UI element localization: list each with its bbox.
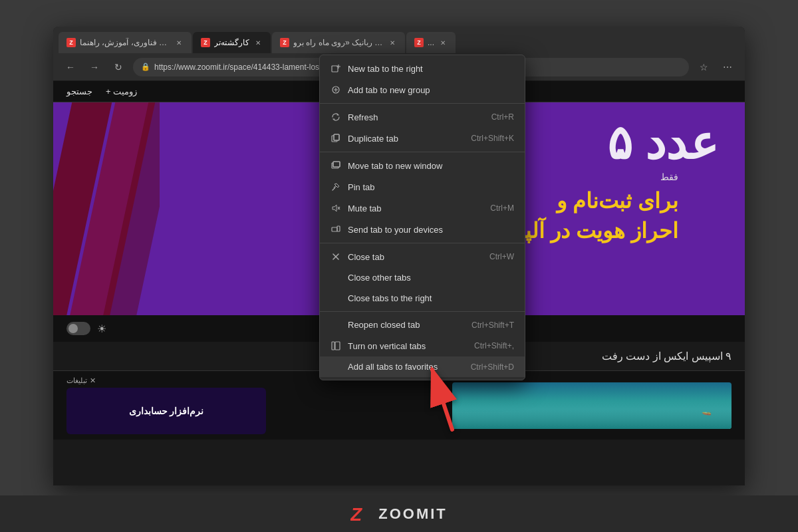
back-button[interactable]: ←: [61, 58, 80, 76]
brand-name: ZOOMIT: [378, 505, 448, 523]
tab-3[interactable]: Z با این کفش ربانیک «روی ماه راه برو» ✕: [272, 32, 405, 53]
dark-mode-toggle[interactable]: [66, 322, 90, 335]
menu-item-move-window[interactable]: Move tab to new window: [320, 155, 525, 176]
menu-item-close-tab[interactable]: Close tab Ctrl+W: [320, 246, 525, 267]
refresh-shortcut: Ctrl+R: [491, 112, 514, 122]
red-arrow: [419, 356, 472, 439]
mute-shortcut: Ctrl+M: [490, 203, 514, 213]
close-tab-shortcut: Ctrl+W: [489, 252, 514, 261]
pin-tab-label: Pin tab: [348, 182, 514, 192]
refresh-icon: [331, 112, 341, 122]
ad-section: ✕ تبلیغات نرم‌افزار حسابداری 🚤: [53, 371, 745, 440]
svg-rect-16: [337, 226, 340, 231]
svg-rect-19: [332, 342, 334, 350]
reopen-closed-label: Reopen closed tab: [348, 320, 465, 330]
nav-search[interactable]: جستجو: [66, 86, 92, 96]
tab-4-favicon: Z: [414, 38, 424, 47]
svg-rect-20: [335, 342, 340, 350]
duplicate-label: Duplicate tab: [348, 134, 464, 144]
tab-1-favicon: Z: [66, 38, 76, 47]
tab-bar: Z زومیت | اخبار فناوری، آموزش، راهنما ✕ …: [53, 27, 745, 53]
move-window-label: Move tab to new window: [348, 161, 514, 171]
menu-button[interactable]: ⋯: [718, 58, 737, 76]
browser-window: Z زومیت | اخبار فناوری، آموزش، راهنما ✕ …: [53, 27, 745, 485]
brand-bar: Z ZOOMIT: [0, 495, 798, 532]
vertical-tabs-icon: [331, 340, 341, 351]
move-window-icon: [331, 160, 341, 171]
svg-rect-15: [332, 227, 337, 231]
ocean-image: 🚤: [452, 382, 732, 429]
tab-2-close[interactable]: ✕: [253, 38, 263, 47]
ocean-waves: [452, 409, 732, 429]
duplicate-shortcut: Ctrl+Shift+K: [471, 134, 514, 143]
new-tab-icon: [331, 63, 341, 74]
mute-tab-label: Mute tab: [348, 203, 483, 213]
hero-number: ۵ عدد: [607, 116, 718, 170]
menu-item-vertical-tabs[interactable]: Turn on vertical tabs Ctrl+Shift+,: [320, 335, 525, 356]
menu-item-duplicate[interactable]: Duplicate tab Ctrl+Shift+K: [320, 128, 525, 149]
separator-2: [320, 152, 525, 152]
svg-rect-10: [333, 162, 340, 167]
tab-3-close[interactable]: ✕: [388, 38, 397, 47]
toggle-thumb: [68, 324, 78, 333]
context-menu: New tab to the right Add tab to new grou…: [319, 55, 525, 380]
tab-1[interactable]: Z زومیت | اخبار فناوری، آموزش، راهنما ✕: [59, 32, 192, 53]
menu-item-send-tab[interactable]: Send tab to your devices: [320, 219, 525, 240]
vertical-tabs-shortcut: Ctrl+Shift+,: [474, 341, 514, 350]
ad-label: تبلیغات: [66, 376, 87, 385]
add-favorites-shortcut: Ctrl+Shift+D: [471, 362, 514, 372]
svg-rect-7: [334, 134, 339, 140]
brightness-icon: ☀: [97, 323, 106, 335]
menu-item-new-tab-right[interactable]: New tab to the right: [320, 58, 525, 79]
url-text: https://www.zoomit.ir/space/414433-lamen…: [154, 63, 338, 72]
send-tab-label: Send tab to your devices: [348, 225, 514, 235]
reopen-shortcut: Ctrl+Shift+T: [471, 321, 514, 330]
tab-2[interactable]: Z کارگشته‌تر ✕: [193, 32, 271, 53]
menu-item-close-right[interactable]: Close tabs to the right: [320, 288, 525, 309]
svg-marker-12: [332, 205, 336, 211]
add-group-icon: [331, 84, 341, 95]
menu-item-reopen-closed[interactable]: Reopen closed tab Ctrl+Shift+T: [320, 315, 525, 335]
tab-2-favicon: Z: [201, 38, 210, 47]
separator-4: [320, 311, 525, 312]
favorites-button[interactable]: ☆: [694, 58, 713, 76]
separator-3: [320, 243, 525, 243]
brand-logo: Z: [350, 505, 372, 523]
tab-4-label: ...: [428, 38, 434, 47]
vertical-tabs-label: Turn on vertical tabs: [348, 341, 467, 351]
tab-4-close[interactable]: ✕: [438, 38, 448, 47]
ad-close-btn[interactable]: ✕: [90, 376, 96, 385]
svg-line-22: [432, 370, 452, 430]
send-devices-icon: [331, 224, 341, 235]
new-tab-right-label: New tab to the right: [348, 64, 514, 74]
ad-text: نرم‌افزار حسابداری: [129, 406, 204, 416]
refresh-label: Refresh: [348, 112, 485, 122]
forward-button[interactable]: →: [85, 58, 104, 76]
menu-item-add-tab-group[interactable]: Add tab to new group: [320, 79, 525, 100]
mute-icon: [331, 203, 341, 213]
tab-3-label: با این کفش ربانیک «روی ماه راه برو»: [293, 38, 384, 47]
add-tab-group-label: Add tab to new group: [348, 85, 514, 95]
close-right-label: Close tabs to the right: [348, 293, 514, 303]
nav-zoomit-plus[interactable]: زومیت +: [106, 86, 137, 96]
close-tab-label: Close tab: [348, 252, 483, 262]
pin-icon: [331, 182, 341, 192]
tab-1-label: زومیت | اخبار فناوری، آموزش، راهنما: [80, 38, 170, 47]
tab-3-favicon: Z: [280, 38, 289, 47]
duplicate-icon: [331, 133, 341, 144]
tab-2-label: کارگشته‌تر: [214, 38, 249, 47]
close-other-label: Close other tabs: [348, 273, 514, 283]
menu-item-mute-tab[interactable]: Mute tab Ctrl+M: [320, 198, 525, 219]
tab-4[interactable]: Z ... ✕: [406, 32, 456, 53]
article-title[interactable]: ۹ اسپیس ایکس از دست رفت: [602, 350, 732, 362]
lock-icon: 🔒: [141, 63, 150, 71]
separator-1: [320, 103, 525, 104]
menu-item-refresh[interactable]: Refresh Ctrl+R: [320, 106, 525, 128]
menu-item-pin-tab[interactable]: Pin tab: [320, 176, 525, 198]
close-tab-icon: [331, 251, 341, 262]
menu-item-close-other[interactable]: Close other tabs: [320, 267, 525, 288]
ad-banner: نرم‌افزار حسابداری: [66, 388, 266, 434]
tab-1-close[interactable]: ✕: [174, 38, 184, 47]
svg-text:Z: Z: [350, 505, 362, 523]
refresh-button[interactable]: ↻: [109, 58, 128, 76]
